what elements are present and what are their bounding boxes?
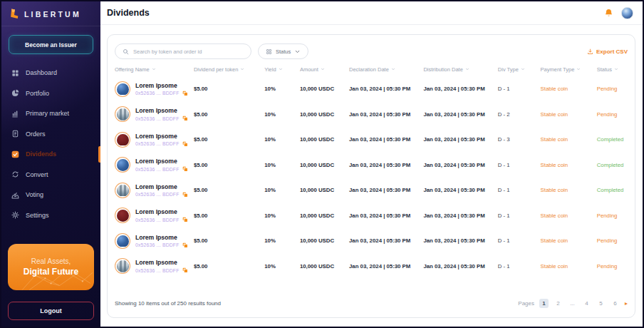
table-row[interactable]: Lorem Ipsome 0x52636 ... BDDFF $5.00 10%… <box>115 127 628 153</box>
copy-address-icon[interactable] <box>182 217 188 222</box>
page-button-5[interactable]: 5 <box>596 299 606 308</box>
dividend-per-token-cell: $5.00 <box>194 187 264 193</box>
sidebar-item-label: Voting <box>26 191 43 198</box>
sidebar-item-dividends[interactable]: Dividends <box>1 144 100 165</box>
next-page-arrow-icon[interactable]: ▸ <box>625 300 628 307</box>
payment-type-cell: Stable coin <box>541 237 597 244</box>
column-header[interactable]: Status <box>597 66 628 73</box>
table-toolbar: Status Export CSV <box>115 41 628 62</box>
payment-type-cell: Stable coin <box>541 162 597 168</box>
column-header[interactable]: Div Type <box>498 66 541 73</box>
offering-name: Lorem Ipsome <box>135 208 188 215</box>
status-filter-button[interactable]: Status <box>258 43 308 59</box>
sidebar-item-settings[interactable]: Settings <box>1 205 100 226</box>
table-row[interactable]: Lorem Ipsome 0x52636 ... BDDFF $5.00 10%… <box>115 153 628 178</box>
logo: LIBERTUM <box>1 1 100 26</box>
offering-name: Lorem Ipsome <box>135 158 188 165</box>
table-row[interactable]: Lorem Ipsome 0x52636 ... BDDFF $5.00 10%… <box>115 178 628 203</box>
notifications-bell-icon[interactable] <box>604 9 613 18</box>
become-issuer-button[interactable]: Become an Issuer <box>9 35 93 54</box>
dividend-per-token-cell: $5.00 <box>194 136 264 143</box>
dividend-per-token-cell: $5.00 <box>194 111 264 118</box>
token-avatar <box>115 81 130 97</box>
token-address: 0x52636 ... BDDFF <box>135 242 180 247</box>
sidebar-item-portfolio[interactable]: Portfolio <box>1 83 100 104</box>
distribution-date-cell: Jan 03, 2024 | 05:30 PM <box>423 187 497 193</box>
token-avatar <box>115 207 130 223</box>
copy-address-icon[interactable] <box>182 141 188 147</box>
promo-line2: Digital Future <box>24 267 78 277</box>
page-ellipsis: ... <box>568 299 577 308</box>
column-header[interactable]: Amount <box>300 66 349 73</box>
table-row[interactable]: Lorem Ipsome 0x52636 ... BDDFF $5.00 10%… <box>115 203 628 229</box>
sort-caret-icon <box>576 67 581 71</box>
div-type-cell: D - 3 <box>498 136 541 143</box>
table-row[interactable]: Lorem Ipsome 0x52636 ... BDDFF $5.00 10%… <box>115 228 628 254</box>
pages-label: Pages <box>518 300 534 307</box>
sidebar-item-orders[interactable]: Orders <box>1 124 100 145</box>
payment-type-cell: Stable coin <box>541 136 597 143</box>
sidebar-item-primary-market[interactable]: Primary market <box>1 103 100 124</box>
status-filter-label: Status <box>276 48 291 55</box>
column-header[interactable]: Yield <box>264 66 300 73</box>
sort-caret-icon <box>321 67 325 71</box>
copy-address-icon[interactable] <box>182 192 188 198</box>
sidebar-item-voting[interactable]: Voting <box>1 185 100 205</box>
convert-icon <box>11 170 19 178</box>
yield-cell: 10% <box>264 263 300 270</box>
column-header[interactable]: Declaration Date <box>349 66 423 73</box>
sidebar-item-dashboard[interactable]: Dashboard <box>1 63 100 83</box>
div-type-cell: D - 2 <box>498 111 541 118</box>
dividend-per-token-cell: $5.00 <box>194 162 264 168</box>
export-csv-button[interactable]: Export CSV <box>587 48 628 55</box>
amount-cell: 10,000 USDC <box>300 136 349 143</box>
column-header[interactable]: Offering Name <box>115 66 194 73</box>
page-button-4[interactable]: 4 <box>582 299 591 308</box>
payment-type-cell: Stable coin <box>541 263 597 270</box>
logout-button[interactable]: Logout <box>8 302 94 320</box>
copy-address-icon[interactable] <box>182 116 188 121</box>
status-cell: Pending <box>597 86 628 92</box>
copy-address-icon[interactable] <box>182 267 188 273</box>
offering-name: Lorem Ipsome <box>135 183 188 190</box>
page-button-6[interactable]: 6 <box>611 299 620 308</box>
offering-cell: Lorem Ipsome 0x52636 ... BDDFF <box>115 183 194 198</box>
column-header[interactable]: Payment Type <box>541 66 597 73</box>
column-header[interactable]: Dividend per token <box>194 66 264 73</box>
page-button-1[interactable]: 1 <box>539 299 549 308</box>
logo-text: LIBERTUM <box>24 10 81 19</box>
copy-address-icon[interactable] <box>182 242 188 248</box>
sort-caret-icon <box>465 67 469 71</box>
column-header[interactable]: Distribution Date <box>423 66 497 73</box>
user-avatar[interactable] <box>621 7 633 19</box>
search-input[interactable] <box>133 48 244 55</box>
amount-cell: 10,000 USDC <box>300 263 349 270</box>
declaration-date-cell: Jan 03, 2024 | 05:30 PM <box>349 86 423 92</box>
page-button-2[interactable]: 2 <box>554 299 563 308</box>
yield-cell: 10% <box>264 162 300 168</box>
sidebar-item-convert[interactable]: Convert <box>1 165 100 185</box>
amount-cell: 10,000 USDC <box>300 86 349 92</box>
token-avatar <box>115 157 130 173</box>
export-csv-label: Export CSV <box>596 48 628 55</box>
copy-address-icon[interactable] <box>182 166 188 172</box>
amount-cell: 10,000 USDC <box>300 187 349 193</box>
table-footer: Showing 10 items out of 250 results foun… <box>115 293 628 317</box>
declaration-date-cell: Jan 03, 2024 | 05:30 PM <box>349 187 423 193</box>
declaration-date-cell: Jan 03, 2024 | 05:30 PM <box>349 162 423 168</box>
yield-cell: 10% <box>264 212 300 219</box>
dividend-per-token-cell: $5.00 <box>194 237 264 244</box>
search-box[interactable] <box>115 43 251 59</box>
token-avatar <box>115 233 130 249</box>
copy-address-icon[interactable] <box>182 91 188 96</box>
column-header-label: Dividend per token <box>194 66 239 73</box>
table-row[interactable]: Lorem Ipsome 0x52636 ... BDDFF $5.00 10%… <box>115 76 628 102</box>
offering-name: Lorem Ipsome <box>135 259 188 266</box>
offering-cell: Lorem Ipsome 0x52636 ... BDDFF <box>115 233 194 249</box>
dividends-icon <box>11 150 19 158</box>
token-avatar <box>115 132 130 148</box>
table-row[interactable]: Lorem Ipsome 0x52636 ... BDDFF $5.00 10%… <box>115 254 628 280</box>
table-row[interactable]: Lorem Ipsome 0x52636 ... BDDFF $5.00 10%… <box>115 102 628 128</box>
dividend-per-token-cell: $5.00 <box>194 86 264 92</box>
settings-icon <box>11 211 19 219</box>
